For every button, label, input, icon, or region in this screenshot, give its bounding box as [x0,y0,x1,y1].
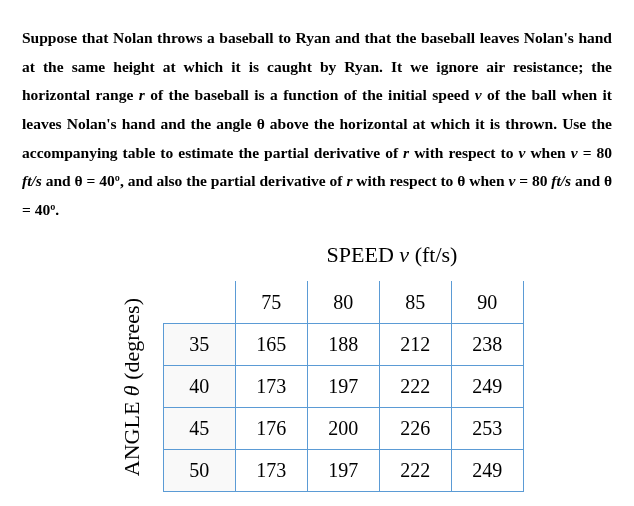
row-header: 45 [163,407,235,449]
table-cell: 176 [235,407,307,449]
table-cell: 238 [451,323,523,365]
table-row: 50 173 197 222 249 [163,449,523,491]
table-cell: 222 [379,449,451,491]
problem-text: Suppose that Nolan throws a baseball to … [22,24,612,225]
col-header: 85 [379,281,451,323]
table-cell: 173 [235,365,307,407]
row-header: 50 [163,449,235,491]
table-cell: 249 [451,365,523,407]
col-header: 75 [235,281,307,323]
range-table: 75 80 85 90 35 165 188 212 238 40 173 19… [163,281,524,492]
table-wrap: ANGLE θ (degrees) 75 80 85 90 35 165 188… [112,281,612,492]
row-header: 35 [163,323,235,365]
table-row: 35 165 188 212 238 [163,323,523,365]
table-header-row: 75 80 85 90 [163,281,523,323]
speed-axis-label: SPEED v (ft/s) [172,235,612,276]
col-header: 80 [307,281,379,323]
table-cell: 226 [379,407,451,449]
row-header: 40 [163,365,235,407]
table-cell: 200 [307,407,379,449]
table-cell: 188 [307,323,379,365]
table-cell: 197 [307,449,379,491]
table-cell: 165 [235,323,307,365]
col-header: 90 [451,281,523,323]
table-cell: 173 [235,449,307,491]
table-row: 40 173 197 222 249 [163,365,523,407]
table-corner [163,281,235,323]
table-cell: 197 [307,365,379,407]
table-cell: 249 [451,449,523,491]
table-cell: 253 [451,407,523,449]
angle-axis-label: ANGLE θ (degrees) [112,298,153,476]
table-row: 45 176 200 226 253 [163,407,523,449]
table-cell: 222 [379,365,451,407]
table-cell: 212 [379,323,451,365]
